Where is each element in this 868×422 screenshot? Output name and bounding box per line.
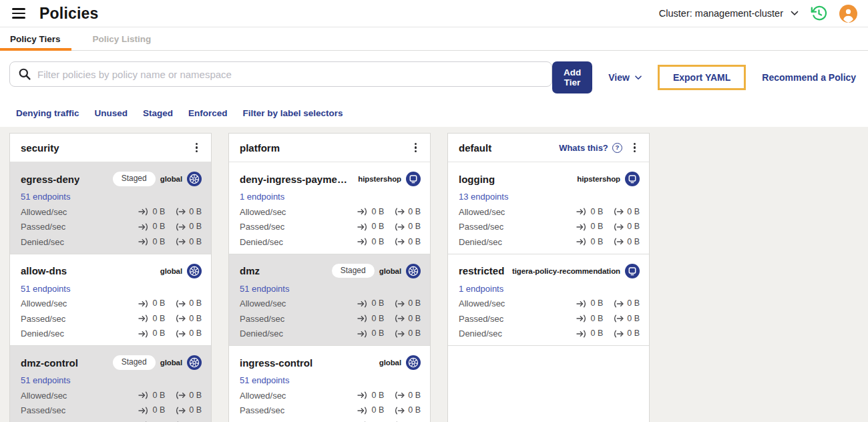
egress-value: 0 B — [189, 236, 202, 248]
view-label: View — [608, 72, 630, 83]
egress-arrow-icon — [175, 407, 186, 415]
egress-value: 0 B — [408, 236, 421, 248]
egress-arrow-icon — [175, 223, 186, 231]
egress-value: 0 B — [189, 390, 202, 401]
ingress-value: 0 B — [152, 420, 165, 422]
policy-card-logging[interactable]: logginghipstershop13 endpointsAllowed/se… — [448, 162, 649, 254]
ingress-stat: 0 B — [357, 221, 384, 232]
policy-card-header: dmz-controlStagedglobal — [21, 355, 202, 371]
ingress-stat: 0 B — [576, 206, 603, 218]
avatar-icon[interactable] — [839, 5, 857, 23]
ingress-value: 0 B — [371, 390, 384, 401]
policy-card-egress-deny[interactable]: egress-denyStagedglobal51 endpointsAllow… — [10, 162, 211, 254]
endpoints-link[interactable]: 1 endpoints — [240, 191, 421, 202]
search-input[interactable] — [37, 69, 544, 80]
whats-this-link[interactable]: Whats this?? — [559, 143, 622, 153]
egress-value: 0 B — [627, 221, 640, 232]
history-icon[interactable] — [810, 5, 828, 23]
namespace-icon — [625, 172, 640, 186]
policy-card-deny-ingress-paymentservi[interactable]: deny-ingress-paymentservi…hipstershop1 e… — [229, 162, 430, 254]
egress-arrow-icon — [175, 314, 186, 323]
tier-board: securityegress-denyStagedglobal51 endpoi… — [0, 127, 868, 422]
add-tier-button[interactable]: Add Tier — [552, 61, 592, 93]
egress-arrow-icon — [175, 238, 186, 246]
ingress-stat: 0 B — [138, 206, 165, 218]
ingress-stat: 0 B — [138, 298, 165, 309]
egress-arrow-icon — [394, 223, 405, 231]
policy-name: egress-deny — [21, 174, 79, 185]
stat-label: Allowed/sec — [21, 390, 67, 401]
stat-values: 0 B0 B — [357, 405, 421, 416]
scope-label: global — [160, 267, 182, 275]
stat-row: Allowed/sec0 B0 B — [240, 206, 421, 218]
chevron-down-icon — [635, 75, 642, 80]
egress-stat: 0 B — [175, 390, 202, 401]
quick-filters: Denying traffic Unused Staged Enforced F… — [0, 93, 868, 118]
tab-policy-tiers[interactable]: Policy Tiers — [0, 27, 71, 50]
ingress-value: 0 B — [152, 390, 165, 401]
policy-card-restricted[interactable]: restrictedtigera-policy-recommendation1 … — [448, 254, 649, 347]
namespace-icon — [625, 264, 640, 278]
endpoints-link[interactable]: 51 endpoints — [21, 283, 202, 294]
stat-label: Denied/sec — [240, 328, 283, 339]
egress-value: 0 B — [189, 206, 202, 218]
menu-icon[interactable] — [11, 5, 27, 21]
stat-label: Denied/sec — [240, 420, 283, 422]
filter-denying-traffic[interactable]: Denying traffic — [16, 108, 79, 118]
ingress-stat: 0 B — [138, 313, 165, 325]
stat-label: Denied/sec — [21, 236, 64, 248]
tier-column-default: defaultWhats this??logginghipstershop13 … — [447, 133, 650, 422]
filter-enforced[interactable]: Enforced — [188, 108, 228, 118]
policy-card-allow-dns[interactable]: allow-dnsglobal51 endpointsAllowed/sec0 … — [10, 254, 211, 347]
stat-label: Denied/sec — [459, 328, 502, 339]
endpoints-link[interactable]: 51 endpoints — [240, 283, 421, 294]
chevron-down-icon — [791, 11, 799, 16]
staged-badge: Staged — [113, 355, 156, 369]
tab-policy-listing[interactable]: Policy Listing — [83, 27, 162, 50]
endpoints-link[interactable]: 1 endpoints — [459, 283, 640, 294]
tier-header: defaultWhats this?? — [448, 134, 649, 162]
policy-card-header: logginghipstershop — [459, 171, 640, 187]
endpoints-link[interactable]: 51 endpoints — [21, 375, 202, 386]
egress-stat: 0 B — [613, 328, 640, 339]
stat-values: 0 B0 B — [357, 236, 421, 248]
filter-staged[interactable]: Staged — [143, 108, 173, 118]
policy-card-ingress-control[interactable]: ingress-controlglobal51 endpointsAllowed… — [229, 346, 430, 422]
ingress-value: 0 B — [371, 298, 384, 309]
ingress-arrow-icon — [576, 314, 587, 323]
endpoints-link[interactable]: 51 endpoints — [240, 375, 421, 386]
toolbar-actions: Add Tier View Export YAML Recommend a Po… — [552, 61, 856, 93]
endpoints-link[interactable]: 13 endpoints — [459, 191, 640, 202]
stat-row: Denied/sec0 B0 B — [459, 236, 640, 248]
ingress-arrow-icon — [357, 314, 368, 323]
egress-value: 0 B — [408, 420, 421, 422]
endpoints-link[interactable]: 51 endpoints — [21, 191, 202, 202]
kebab-icon[interactable] — [411, 140, 421, 156]
stat-values: 0 B0 B — [138, 236, 202, 248]
export-yaml-button[interactable]: Export YAML — [673, 72, 730, 83]
filter-label-selectors[interactable]: Filter by label selectors — [243, 108, 343, 118]
kebab-icon[interactable] — [192, 140, 202, 156]
staged-badge: Staged — [332, 264, 375, 278]
egress-stat: 0 B — [394, 313, 421, 325]
policy-meta: hipstershop — [577, 172, 640, 186]
kebab-icon[interactable] — [630, 140, 640, 156]
cluster-selector[interactable]: Cluster: management-cluster — [659, 8, 799, 19]
egress-stat: 0 B — [613, 206, 640, 218]
ingress-stat: 0 B — [576, 236, 603, 248]
namespace-icon — [406, 172, 421, 186]
whats-this-label: Whats this? — [559, 143, 608, 153]
policy-card-dmz[interactable]: dmzStagedglobal51 endpointsAllowed/sec0 … — [229, 254, 430, 347]
stat-row: Allowed/sec0 B0 B — [240, 298, 421, 309]
policy-card-dmz-control[interactable]: dmz-controlStagedglobal51 endpointsAllow… — [10, 346, 211, 422]
policy-meta: Stagedglobal — [113, 355, 202, 370]
view-button[interactable]: View — [608, 72, 642, 83]
stat-label: Allowed/sec — [240, 206, 286, 218]
ingress-stat: 0 B — [138, 328, 165, 339]
stat-label: Passed/sec — [459, 221, 503, 232]
recommend-policy-button[interactable]: Recommend a Policy — [762, 72, 856, 83]
filter-unused[interactable]: Unused — [95, 108, 128, 118]
stat-values: 0 B0 B — [576, 206, 640, 218]
egress-value: 0 B — [627, 313, 640, 325]
stat-row: Allowed/sec0 B0 B — [459, 298, 640, 309]
